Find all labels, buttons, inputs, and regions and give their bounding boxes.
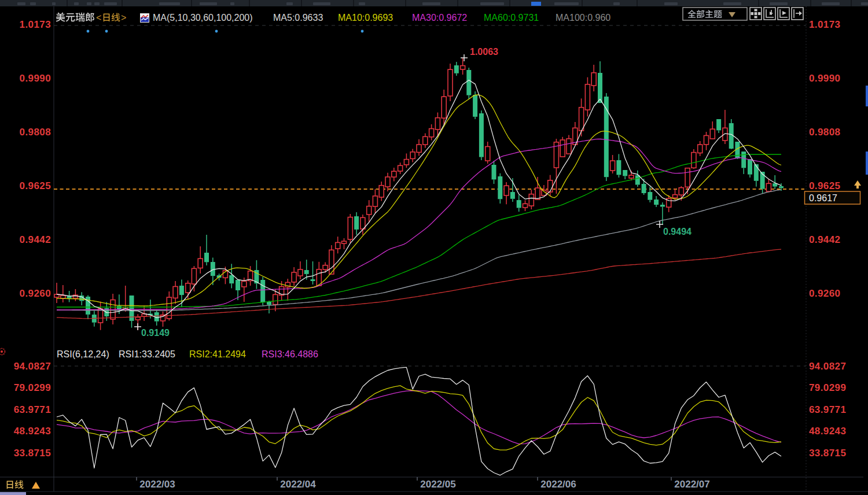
svg-text:0.9990: 0.9990: [809, 73, 840, 84]
svg-text:2022/07: 2022/07: [674, 479, 709, 490]
svg-text:33.8715: 33.8715: [809, 448, 846, 459]
svg-text:0.9808: 0.9808: [20, 127, 51, 138]
svg-text:MA60:0.9731: MA60:0.9731: [484, 13, 539, 23]
svg-text:0.9625: 0.9625: [20, 180, 51, 191]
svg-text:48.9243: 48.9243: [14, 426, 51, 437]
svg-text:RSI(6,12,24): RSI(6,12,24): [57, 349, 109, 359]
svg-text:MA30:0.9672: MA30:0.9672: [412, 13, 467, 23]
svg-text:94.0827: 94.0827: [809, 361, 846, 372]
svg-text:0.9442: 0.9442: [809, 234, 840, 245]
svg-text:0.9260: 0.9260: [20, 288, 51, 299]
svg-text:0.9617: 0.9617: [809, 193, 837, 203]
svg-text:RSI2:41.2494: RSI2:41.2494: [189, 349, 246, 359]
svg-text:RSI3:46.4886: RSI3:46.4886: [262, 349, 318, 359]
svg-text:MA10:0.9693: MA10:0.9693: [338, 13, 393, 23]
svg-text:RSI1:33.2405: RSI1:33.2405: [119, 349, 175, 359]
svg-text:79.0299: 79.0299: [14, 382, 51, 393]
svg-text:MA(5,10,30,60,100,200): MA(5,10,30,60,100,200): [153, 13, 253, 23]
svg-text:1.0173: 1.0173: [809, 19, 840, 30]
svg-text:<: <: [96, 13, 101, 23]
svg-text:0.9149: 0.9149: [141, 328, 170, 338]
svg-text:0.9808: 0.9808: [809, 127, 840, 138]
svg-text:1.0063: 1.0063: [470, 47, 498, 57]
svg-text:MA5:0.9633: MA5:0.9633: [273, 13, 323, 23]
svg-text:63.9771: 63.9771: [809, 404, 846, 415]
svg-text:0.9260: 0.9260: [809, 288, 840, 299]
svg-text:0.9625: 0.9625: [809, 180, 840, 191]
svg-text:1.0173: 1.0173: [20, 19, 51, 30]
svg-text:63.9771: 63.9771: [14, 404, 51, 415]
svg-text:2022/05: 2022/05: [420, 479, 455, 490]
svg-text:48.9243: 48.9243: [809, 426, 846, 437]
svg-text:2022/03: 2022/03: [139, 479, 175, 490]
svg-text:MA100:0.960: MA100:0.960: [556, 13, 610, 23]
svg-text:0.9442: 0.9442: [20, 234, 51, 245]
svg-text:0.9990: 0.9990: [20, 73, 51, 84]
svg-text:0.9494: 0.9494: [663, 227, 692, 237]
svg-text:94.0827: 94.0827: [14, 361, 51, 372]
svg-text:33.8715: 33.8715: [14, 448, 51, 459]
svg-text:2022/04: 2022/04: [280, 479, 316, 490]
svg-text:>: >: [121, 13, 126, 23]
svg-text:2022/06: 2022/06: [540, 479, 576, 490]
svg-text:79.0299: 79.0299: [809, 382, 846, 393]
